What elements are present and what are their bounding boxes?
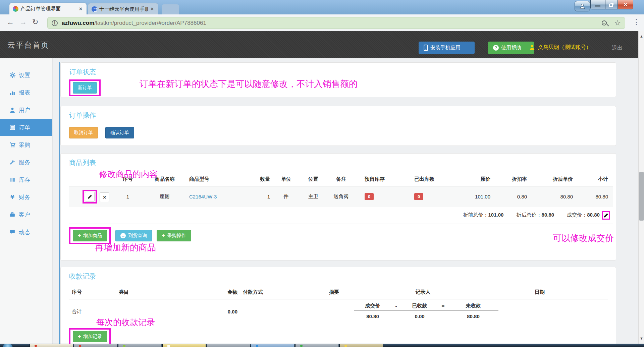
- scroll-up-icon[interactable]: ▲: [639, 33, 644, 39]
- purchase-actions-label: 采购操作: [167, 233, 186, 239]
- col-discounted-price: 折后单价: [530, 172, 576, 186]
- app-icon-dot: [300, 345, 303, 347]
- summary-final-price-label: 成交价: [354, 301, 391, 311]
- taskbar-app-7[interactable]: [295, 344, 339, 347]
- new-tab-button[interactable]: [162, 4, 179, 15]
- brand-home-link[interactable]: 云平台首页: [7, 40, 49, 50]
- cancel-order-button[interactable]: 取消订单: [69, 127, 98, 138]
- user-icon: [529, 45, 535, 50]
- payment-table: 序号 类目 金额 付款方式 摘要 记录人 日期 合计 0.00: [69, 285, 608, 324]
- app-icon-dot: [344, 345, 347, 347]
- barcode-icon: [9, 177, 15, 183]
- bookmark-star-icon[interactable]: ☆: [614, 19, 621, 27]
- highlight-box-new-order: 新订单: [69, 79, 101, 96]
- help-button[interactable]: ? 使用帮助: [488, 42, 534, 54]
- start-button[interactable]: [3, 344, 13, 347]
- help-label: 使用帮助: [501, 45, 521, 51]
- yen-icon: ¥: [9, 194, 15, 200]
- sidebar-item-services[interactable]: 服务: [0, 154, 52, 171]
- col-seq: 序号: [69, 285, 116, 299]
- arrival-query-label: 到货查询: [128, 233, 147, 239]
- tab-close-icon[interactable]: ×: [78, 6, 83, 12]
- install-app-button[interactable]: 安装手机应用: [419, 42, 475, 54]
- col-model: 商品型号: [186, 172, 247, 186]
- taskbar-app-2[interactable]: [74, 344, 117, 347]
- tab-close-icon[interactable]: ×: [150, 6, 155, 12]
- sidebar-item-settings[interactable]: 设置: [0, 66, 52, 84]
- taskbar-app-4[interactable]: [162, 344, 206, 347]
- product-model-link[interactable]: C2164UW-3: [189, 194, 217, 199]
- page-scrollbar[interactable]: ▲ ▼: [638, 31, 644, 344]
- sidebar-item-label: 库存: [19, 176, 30, 184]
- sidebar-item-label: 服务: [19, 159, 30, 166]
- sidebar-item-purchasing[interactable]: 采购: [0, 136, 52, 154]
- user-name-label: 义乌贝朗（测试账号）: [538, 44, 591, 51]
- app-favicon-icon: [13, 6, 18, 12]
- tab-title: 十一维云平台使用手册 -: [99, 6, 148, 12]
- new-order-status-button[interactable]: 新订单: [73, 82, 97, 94]
- pencil-icon: [603, 213, 608, 218]
- cell-note: 送角阀: [327, 186, 355, 207]
- back-button[interactable]: ←: [7, 18, 14, 26]
- browser-profile-button[interactable]: [575, 1, 590, 11]
- restore-icon: [609, 4, 613, 7]
- col-summary: 摘要: [294, 285, 374, 299]
- add-record-button[interactable]: +增加记录: [73, 331, 107, 342]
- purchase-actions-button[interactable]: +采购操作: [157, 230, 191, 241]
- cart-icon: [9, 142, 15, 148]
- sidebar-item-finance[interactable]: ¥ 财务: [0, 188, 52, 206]
- cell-subtotal: 80.80: [576, 186, 613, 207]
- edit-product-button[interactable]: [85, 192, 95, 201]
- logout-link[interactable]: 退出: [612, 45, 623, 52]
- taskbar-app-6[interactable]: [251, 344, 294, 347]
- sidebar-item-orders[interactable]: 订单: [0, 119, 52, 136]
- bar-chart-icon: [9, 90, 15, 96]
- cell-price: 101.00: [449, 186, 493, 207]
- browser-menu-icon[interactable]: ⋮: [633, 18, 640, 26]
- window-minimize-button[interactable]: [590, 0, 605, 9]
- sidebar-item-users[interactable]: 用户: [0, 101, 52, 119]
- zoom-out-icon[interactable]: [602, 20, 607, 25]
- scroll-down-icon[interactable]: ▼: [639, 335, 644, 341]
- user-account[interactable]: 义乌贝朗（测试账号）: [529, 44, 591, 51]
- taskbar-app-5[interactable]: [207, 344, 250, 347]
- windows-taskbar[interactable]: [0, 344, 644, 347]
- settlement-summary: 成交价 - 已收款 = 未收款 80.80 0.00: [354, 301, 498, 322]
- sidebar-item-reports[interactable]: 报表: [0, 84, 52, 101]
- taskbar-app-8[interactable]: [339, 344, 383, 347]
- reload-button[interactable]: ↻: [32, 18, 38, 26]
- payment-records-panel: 收款记录 序号 类目 金额 付款方式 摘要 记录人 日期: [60, 267, 616, 344]
- pencil-icon: [88, 194, 92, 199]
- tab-order-management[interactable]: 产品订单管理界面 ×: [9, 3, 87, 15]
- confirm-order-button[interactable]: 确认订单: [105, 127, 134, 138]
- sidebar-item-inventory[interactable]: 库存: [0, 171, 52, 188]
- address-bar[interactable]: i azfuwu.com/lastkm/product_provider/#or…: [47, 17, 625, 29]
- sidebar-item-activity[interactable]: 动态: [0, 223, 52, 241]
- sidebar-item-label: 订单: [19, 124, 30, 131]
- totals-row: 折前总价：101.00 折后总价：80.80 成交价：80.80: [69, 207, 613, 224]
- product-table: 序号 商品名称 商品型号 数量 单位 位置 备注 预留库存 已出库数 原价 折扣…: [69, 172, 613, 224]
- cell-seq: 1: [113, 186, 143, 207]
- product-list-title: 商品列表: [69, 158, 607, 167]
- scrollbar-thumb[interactable]: [639, 172, 644, 221]
- add-product-button[interactable]: +增加商品: [73, 230, 107, 241]
- window-restore-button[interactable]: [605, 0, 618, 9]
- arrival-query-button[interactable]: →到货查询: [115, 230, 152, 241]
- highlight-box-add-product: +增加商品: [69, 227, 111, 244]
- sidebar-item-label: 用户: [19, 106, 30, 114]
- delete-product-button[interactable]: ×: [100, 192, 109, 202]
- tab-manual[interactable]: 十一维云平台使用手册 - ×: [88, 3, 158, 15]
- page-viewport: 云平台首页 安装手机应用 ? 使用帮助 义乌贝朗（测试账号） 退出: [0, 31, 644, 344]
- add-product-label: 增加商品: [83, 233, 102, 239]
- window-close-button[interactable]: ×: [618, 0, 633, 9]
- page-info-icon[interactable]: i: [52, 20, 58, 26]
- sidebar-item-customers[interactable]: 客户: [0, 206, 52, 223]
- minimize-icon: [595, 5, 600, 7]
- edit-final-price-button[interactable]: [603, 213, 608, 218]
- taskbar-app-1[interactable]: [30, 344, 73, 347]
- forward-button[interactable]: →: [19, 18, 27, 26]
- taskbar-app-3[interactable]: [118, 344, 162, 347]
- gear-icon: [9, 72, 15, 78]
- close-icon: ×: [624, 1, 627, 8]
- add-record-label: 增加记录: [83, 334, 102, 340]
